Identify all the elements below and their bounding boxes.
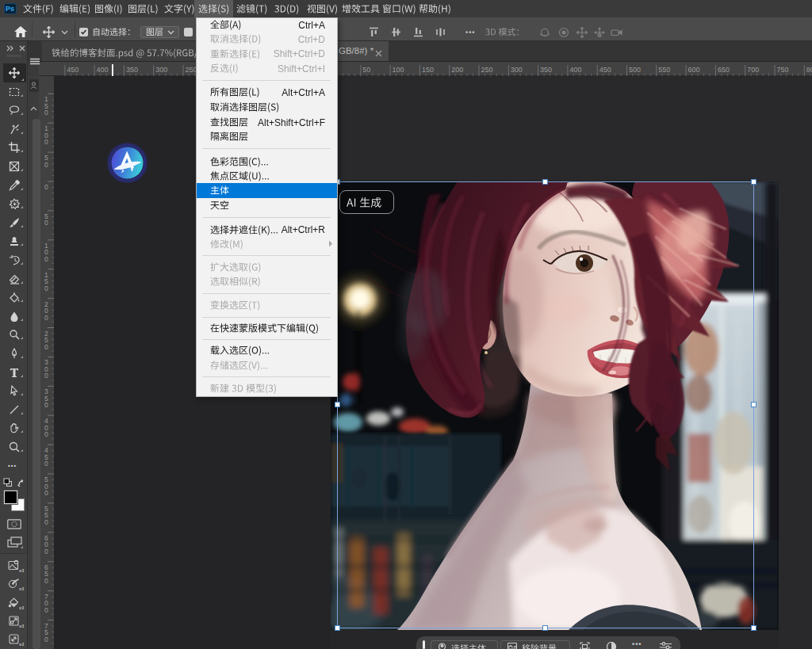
svg-text:300: 300 — [511, 66, 523, 74]
svg-text:0: 0 — [44, 161, 48, 169]
svg-text:100: 100 — [393, 66, 404, 74]
svg-text:0: 0 — [44, 314, 48, 322]
svg-text:0: 0 — [44, 183, 48, 191]
svg-text:0: 0 — [44, 518, 48, 526]
svg-text:750: 750 — [777, 66, 789, 74]
svg-text:0: 0 — [44, 606, 48, 614]
svg-text:450: 450 — [67, 66, 79, 74]
svg-text:0: 0 — [44, 255, 48, 263]
svg-text:350: 350 — [540, 66, 552, 74]
svg-text:0: 0 — [44, 577, 48, 585]
svg-text:250: 250 — [481, 66, 493, 74]
svg-text:0: 0 — [44, 548, 48, 555]
svg-text:0: 0 — [44, 372, 48, 380]
svg-text:50: 50 — [362, 66, 370, 74]
svg-text:450: 450 — [599, 66, 611, 74]
svg-text:0: 0 — [44, 636, 48, 643]
svg-text:0: 0 — [44, 460, 48, 468]
svg-text:550: 550 — [658, 66, 670, 74]
svg-text:400: 400 — [97, 66, 109, 74]
svg-text:700: 700 — [747, 66, 759, 74]
svg-text:0: 0 — [44, 489, 48, 497]
svg-text:150: 150 — [422, 66, 434, 74]
svg-text:400: 400 — [569, 66, 581, 74]
svg-text:0: 0 — [44, 109, 48, 116]
svg-text:600: 600 — [688, 66, 700, 74]
svg-text:0: 0 — [44, 138, 48, 146]
svg-text:0: 0 — [44, 219, 48, 227]
svg-text:350: 350 — [126, 66, 138, 74]
svg-text:500: 500 — [629, 66, 641, 74]
svg-text:0: 0 — [44, 343, 48, 351]
svg-text:200: 200 — [451, 66, 463, 74]
svg-text:800: 800 — [806, 66, 812, 74]
svg-text:0: 0 — [44, 284, 48, 292]
svg-text:650: 650 — [718, 66, 730, 74]
svg-text:0: 0 — [44, 430, 48, 438]
svg-text:300: 300 — [155, 66, 167, 74]
svg-text:0: 0 — [44, 401, 48, 409]
